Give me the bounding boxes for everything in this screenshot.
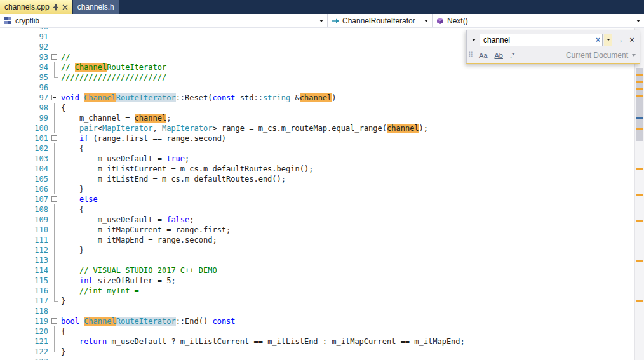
code-segment: m_itMapEnd = range.second; xyxy=(61,236,217,244)
code-line[interactable]: 121 return m_useDefault ? m_itListCurren… xyxy=(0,337,644,347)
code-segment: RouteIterator xyxy=(116,317,176,326)
editor-scrollbar[interactable] xyxy=(634,28,644,360)
close-icon[interactable] xyxy=(62,4,68,10)
search-history-dropdown[interactable] xyxy=(604,34,612,46)
tab-label: channels.h xyxy=(77,3,114,11)
search-scope-dropdown[interactable]: Current Document xyxy=(566,51,636,60)
indicator-margin xyxy=(0,164,18,174)
fold-margin xyxy=(48,255,61,265)
code-text: { xyxy=(61,326,65,337)
tab-channels-cpp[interactable]: channels.cpp xyxy=(0,0,72,14)
find-expand-chevron[interactable] xyxy=(469,34,478,46)
code-line[interactable]: 98{ xyxy=(0,103,644,113)
code-line[interactable]: 110 m_itMapCurrent = range.first; xyxy=(0,225,644,235)
code-line[interactable]: 104 m_itListCurrent = m_cs.m_defaultRout… xyxy=(0,164,644,174)
code-line[interactable]: 113 xyxy=(0,255,644,265)
fold-collapse-box[interactable] xyxy=(51,135,57,141)
line-number: 112 xyxy=(18,245,48,255)
code-line[interactable]: 102 { xyxy=(0,143,644,154)
code-segment: } xyxy=(61,297,65,305)
code-line[interactable]: 105 m_itListEnd = m_cs.m_defaultRoutes.e… xyxy=(0,174,644,184)
code-line[interactable]: 115 int sizeOfBuffer = 5; xyxy=(0,276,644,286)
code-text: // ChannelRouteIterator xyxy=(61,62,166,72)
code-line[interactable]: 122} xyxy=(0,347,644,357)
code-line[interactable]: 108 { xyxy=(0,204,644,215)
code-editor[interactable]: 90919293//94// ChannelRouteIterator95///… xyxy=(0,28,644,360)
type-dropdown[interactable]: ChannelRouteIterator xyxy=(328,14,433,27)
whole-word-button[interactable]: Ab xyxy=(492,51,506,60)
line-number: 110 xyxy=(18,225,48,235)
line-number: 123 xyxy=(18,357,48,360)
regex-button[interactable]: .* xyxy=(507,51,517,60)
code-text: } xyxy=(61,347,65,357)
code-segment xyxy=(61,195,79,204)
code-line[interactable]: 117} xyxy=(0,296,644,306)
code-line[interactable]: 114 // VISUAL STUDIO 2017 C++ DEMO xyxy=(0,265,644,276)
fold-collapse-box[interactable] xyxy=(51,318,57,324)
code-line[interactable]: 119bool ChannelRouteIterator::End() cons… xyxy=(0,316,644,326)
code-line[interactable]: 116 //int myInt = xyxy=(0,286,644,296)
member-dropdown[interactable]: Next() xyxy=(433,14,644,27)
fold-margin xyxy=(48,133,61,143)
search-match: Channel xyxy=(75,63,107,72)
fold-collapse-box[interactable] xyxy=(51,95,57,100)
find-input[interactable] xyxy=(480,34,603,46)
code-segment: return xyxy=(79,337,107,346)
project-dropdown[interactable]: cryptlib xyxy=(0,14,328,27)
fold-collapse-box[interactable] xyxy=(51,196,57,202)
line-number: 91 xyxy=(18,32,48,42)
code-segment xyxy=(61,266,79,275)
code-line[interactable]: 100 pair<MapIterator, MapIterator> range… xyxy=(0,123,644,133)
code-segment: { xyxy=(61,205,84,214)
find-next-button[interactable]: → xyxy=(614,34,625,46)
code-line[interactable]: 120{ xyxy=(0,326,644,337)
code-line[interactable]: 112 } xyxy=(0,245,644,255)
indicator-margin xyxy=(0,103,18,113)
scrollbar-search-mark xyxy=(636,194,643,196)
code-segment: ::End() xyxy=(176,317,213,326)
scrollbar-search-mark xyxy=(636,88,643,90)
fold-margin xyxy=(48,225,61,235)
member-name: Next() xyxy=(447,17,468,25)
code-segment: ) xyxy=(332,93,336,102)
code-line[interactable]: 99 m_channel = channel; xyxy=(0,113,644,123)
indicator-margin xyxy=(0,72,18,83)
code-line[interactable]: 95/////////////////////// xyxy=(0,72,644,83)
line-number: 122 xyxy=(18,347,48,357)
code-segment xyxy=(61,276,79,285)
fold-collapse-box[interactable] xyxy=(51,54,57,60)
code-segment xyxy=(61,286,79,295)
code-line[interactable]: 107 else xyxy=(0,194,644,204)
indicator-margin xyxy=(0,235,18,245)
code-line[interactable]: 109 m_useDefault = false; xyxy=(0,215,644,225)
scrollbar-search-mark xyxy=(636,168,643,170)
pin-icon[interactable] xyxy=(53,4,59,11)
code-segment: MapIterator xyxy=(102,124,152,133)
indicator-margin xyxy=(0,174,18,184)
search-match: Channel xyxy=(84,93,116,102)
code-line[interactable]: 101 if (range.first == range.second) xyxy=(0,133,644,143)
code-line[interactable]: 96 xyxy=(0,83,644,93)
scrollbar-search-mark xyxy=(636,74,643,76)
scrollbar-thumb[interactable] xyxy=(636,68,643,141)
code-line[interactable]: 123 xyxy=(0,357,644,360)
tab-channels-h[interactable]: channels.h xyxy=(73,0,119,14)
code-text: } xyxy=(61,296,65,306)
find-input-wrap: × xyxy=(480,34,603,46)
line-number: 113 xyxy=(18,255,48,265)
code-segment: > range = m_cs.m_routeMap.equal_range( xyxy=(212,124,387,133)
code-text: m_itListEnd = m_cs.m_defaultRoutes.end()… xyxy=(61,174,286,184)
indicator-margin xyxy=(0,204,18,215)
fold-margin xyxy=(48,164,61,174)
code-line[interactable]: 111 m_itMapEnd = range.second; xyxy=(0,235,644,245)
code-line[interactable]: 97void ChannelRouteIterator::Reset(const… xyxy=(0,93,644,103)
fold-margin xyxy=(48,265,61,276)
code-line[interactable]: 103 m_useDefault = true; xyxy=(0,154,644,164)
code-line[interactable]: 118 xyxy=(0,306,644,316)
find-close-button[interactable]: × xyxy=(626,34,638,46)
clear-search-icon[interactable]: × xyxy=(596,35,600,45)
scrollbar-search-mark xyxy=(636,95,643,97)
code-line[interactable]: 106 } xyxy=(0,184,644,194)
match-case-button[interactable]: Aa xyxy=(476,51,490,60)
line-number: 111 xyxy=(18,235,48,245)
